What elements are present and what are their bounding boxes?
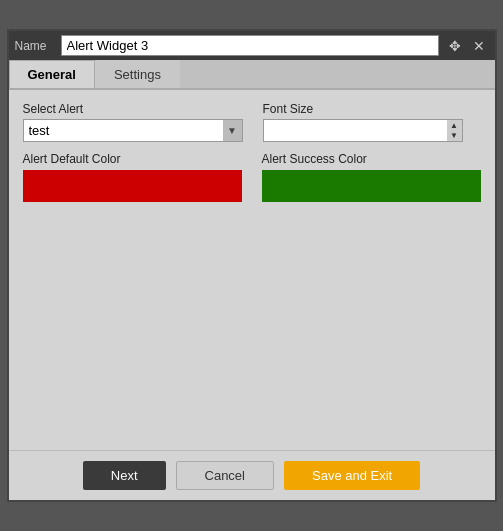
font-size-input[interactable] <box>263 119 463 142</box>
move-icon[interactable]: ✥ <box>445 37 465 55</box>
alert-default-color-swatch[interactable] <box>23 170 242 202</box>
dialog-header: Name ✥ ✕ <box>9 31 495 60</box>
alert-success-color-swatch[interactable] <box>262 170 481 202</box>
tab-settings[interactable]: Settings <box>95 60 180 88</box>
select-alert-group: Select Alert test ▼ <box>23 102 243 142</box>
alert-success-color-group: Alert Success Color <box>262 152 481 202</box>
color-row: Alert Default Color Alert Success Color <box>23 152 481 202</box>
close-icon[interactable]: ✕ <box>469 37 489 55</box>
font-size-wrapper: ▲ ▼ <box>263 119 463 142</box>
save-and-exit-button[interactable]: Save and Exit <box>284 461 420 490</box>
form-row-1: Select Alert test ▼ Font Size ▲ ▼ <box>23 102 481 142</box>
name-label: Name <box>15 39 55 53</box>
font-size-label: Font Size <box>263 102 481 116</box>
name-input[interactable] <box>61 35 439 56</box>
select-alert-wrapper: test ▼ <box>23 119 243 142</box>
header-icons: ✥ ✕ <box>445 37 489 55</box>
spinner-down-button[interactable]: ▼ <box>447 131 462 142</box>
tab-general[interactable]: General <box>9 60 95 88</box>
select-alert-input[interactable]: test <box>23 119 243 142</box>
alert-default-color-group: Alert Default Color <box>23 152 242 202</box>
tab-bar: General Settings <box>9 60 495 90</box>
dialog: Name ✥ ✕ General Settings Select Alert t… <box>7 29 497 502</box>
cancel-button[interactable]: Cancel <box>176 461 274 490</box>
font-size-group: Font Size ▲ ▼ <box>263 102 481 142</box>
next-button[interactable]: Next <box>83 461 166 490</box>
spinner-up-button[interactable]: ▲ <box>447 120 462 131</box>
alert-default-color-label: Alert Default Color <box>23 152 242 166</box>
select-alert-label: Select Alert <box>23 102 243 116</box>
dialog-body: Select Alert test ▼ Font Size ▲ ▼ <box>9 90 495 450</box>
alert-success-color-label: Alert Success Color <box>262 152 481 166</box>
dialog-footer: Next Cancel Save and Exit <box>9 450 495 500</box>
spinner-buttons: ▲ ▼ <box>447 119 463 142</box>
